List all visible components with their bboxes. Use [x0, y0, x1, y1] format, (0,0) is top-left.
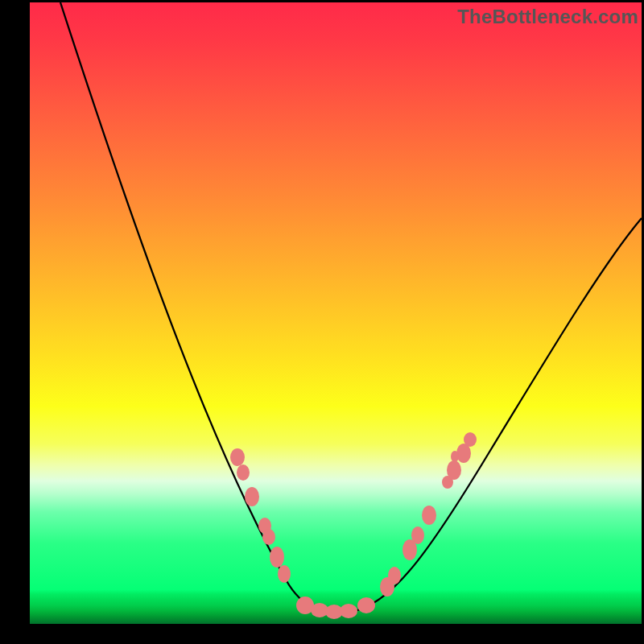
chart-marker	[270, 547, 284, 568]
chart-markers	[230, 432, 477, 619]
chart-marker	[278, 565, 291, 583]
chart-marker	[422, 506, 436, 525]
chart-plot-area	[30, 2, 642, 624]
brand-watermark: TheBottleneck.com	[457, 6, 638, 28]
chart-marker	[411, 526, 424, 544]
chart-marker	[340, 604, 357, 618]
chart-marker	[447, 460, 461, 480]
chart-marker	[230, 448, 245, 466]
chart-marker	[245, 487, 259, 506]
chart-marker	[262, 529, 275, 545]
chart-marker	[237, 464, 250, 481]
chart-marker	[388, 567, 401, 584]
chart-svg	[30, 2, 642, 624]
bottleneck-curve	[60, 2, 642, 613]
chart-frame: TheBottleneck.com	[0, 0, 644, 644]
chart-marker	[357, 597, 375, 613]
chart-marker	[464, 432, 477, 447]
chart-marker	[451, 451, 459, 462]
